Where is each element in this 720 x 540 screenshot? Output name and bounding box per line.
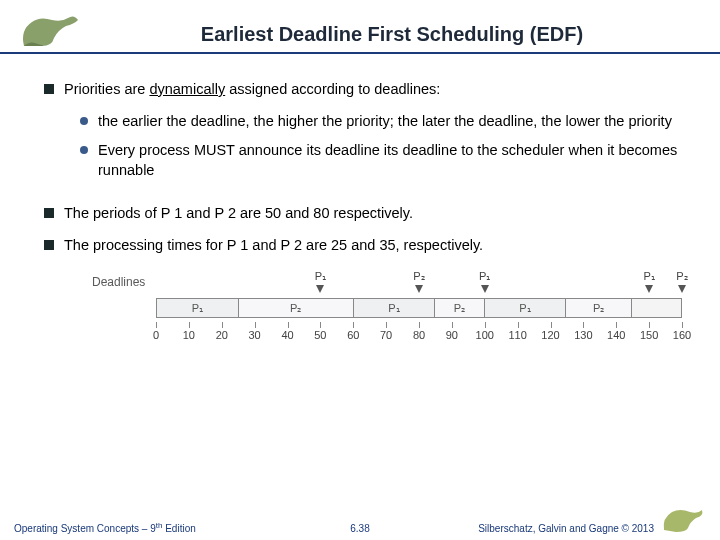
seg-p2-125-145: P₂	[566, 299, 632, 317]
deadlines-axis: P₁ P₂ P₁ P₁ P₂	[156, 269, 682, 295]
slide-body: Priorities are dynamically assigned acco…	[0, 54, 720, 347]
bullet-2: The periods of P 1 and P 2 are 50 and 80…	[44, 204, 680, 224]
tick-120: 120	[541, 328, 559, 343]
tick-110: 110	[508, 328, 526, 343]
bullet-3-text: The processing times for P 1 and P 2 are…	[64, 236, 483, 256]
tick-90: 90	[446, 328, 458, 343]
slide-title: Earliest Deadline First Scheduling (EDF)	[82, 23, 702, 52]
footer-right: Silberschatz, Galvin and Gagne © 2013	[478, 523, 654, 534]
seg-p1-0-25: P₁	[157, 299, 239, 317]
text: Operating System Concepts – 9	[14, 523, 156, 534]
dinosaur-left-icon	[18, 10, 82, 50]
deadline-arrow-p2-80: P₂	[413, 269, 425, 293]
subbullet-1b: Every process MUST announce its deadline…	[80, 141, 680, 180]
tick-70: 70	[380, 328, 392, 343]
slide-footer: Operating System Concepts – 9th Edition …	[0, 504, 720, 534]
subbullet-1b-text: Every process MUST announce its deadline…	[98, 141, 680, 180]
square-bullet-icon	[44, 240, 54, 250]
footer-right-wrap: Silberschatz, Galvin and Gagne © 2013	[478, 504, 706, 534]
disc-bullet-icon	[80, 146, 88, 154]
tick-20: 20	[216, 328, 228, 343]
tick-130: 130	[574, 328, 592, 343]
bullet-2-text: The periods of P 1 and P 2 are 50 and 80…	[64, 204, 413, 224]
schedule-row: P₁ P₂ P₁ P₂ P₁ P₂	[92, 295, 682, 321]
bullet-1-text: Priorities are dynamically assigned acco…	[64, 80, 440, 100]
tick-axis: 0 10 20 30 40 50 60 70 80 90 100 110 120…	[156, 322, 682, 346]
deadlines-row: Deadlines P₁ P₂ P₁ P₁ P₂	[92, 269, 682, 295]
tick-140: 140	[607, 328, 625, 343]
seg-p1-60-85: P₁	[354, 299, 436, 317]
deadline-arrow-p2-160: P₂	[676, 269, 688, 293]
ticks-row: 0 10 20 30 40 50 60 70 80 90 100 110 120…	[92, 321, 682, 347]
tick-40: 40	[281, 328, 293, 343]
tick-50: 50	[314, 328, 326, 343]
seg-p2-25-60: P₂	[239, 299, 354, 317]
tick-0: 0	[153, 328, 159, 343]
schedule-bar: P₁ P₂ P₁ P₂ P₁ P₂	[156, 298, 682, 318]
bullet-3: The processing times for P 1 and P 2 are…	[44, 236, 680, 256]
deadline-arrow-p1-50: P₁	[314, 269, 326, 293]
tick-80: 80	[413, 328, 425, 343]
tick-100: 100	[476, 328, 494, 343]
deadlines-label: Deadlines	[92, 274, 156, 290]
square-bullet-icon	[44, 84, 54, 94]
edf-timeline-diagram: Deadlines P₁ P₂ P₁ P₁ P₂ P₁ P₂ P₁ P₂ P₁ …	[92, 269, 682, 347]
seg-p1-100-125: P₁	[485, 299, 567, 317]
slide-header: Earliest Deadline First Scheduling (EDF)	[0, 0, 720, 54]
text: Priorities are	[64, 81, 149, 97]
footer-left: Operating System Concepts – 9th Edition	[14, 521, 196, 534]
seg-p2-85-100: P₂	[435, 299, 484, 317]
tick-10: 10	[183, 328, 195, 343]
text: Edition	[162, 523, 195, 534]
tick-30: 30	[249, 328, 261, 343]
subbullet-1a-text: the earlier the deadline, the higher the…	[98, 112, 672, 132]
disc-bullet-icon	[80, 117, 88, 125]
footer-page-number: 6.38	[350, 523, 369, 534]
dinosaur-right-icon	[660, 504, 706, 534]
tick-150: 150	[640, 328, 658, 343]
deadline-arrow-p1-150: P₁	[643, 269, 655, 293]
emph-dynamically: dynamically	[149, 81, 225, 97]
text: assigned according to deadlines:	[225, 81, 440, 97]
tick-60: 60	[347, 328, 359, 343]
square-bullet-icon	[44, 208, 54, 218]
bullet-1: Priorities are dynamically assigned acco…	[44, 80, 680, 100]
deadline-arrow-p1-100: P₁	[479, 269, 491, 293]
tick-160: 160	[673, 328, 691, 343]
subbullet-1a: the earlier the deadline, the higher the…	[80, 112, 680, 132]
